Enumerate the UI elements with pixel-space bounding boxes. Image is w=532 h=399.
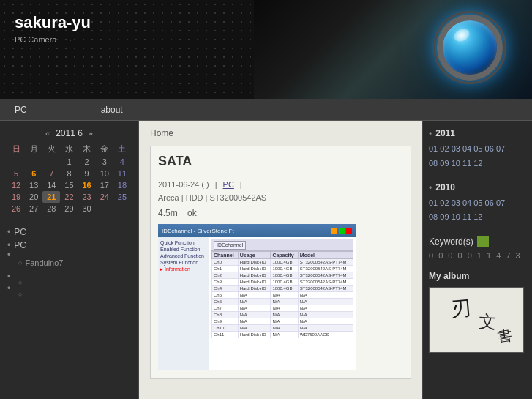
header: sakura-yu PC Camera → — [0, 0, 532, 99]
header-image — [254, 0, 532, 99]
post-category[interactable]: PC — [223, 180, 234, 189]
post-tags: Areca | HDD | ST32000542AS — [158, 193, 403, 202]
calendar-month: 2011 6 — [56, 128, 83, 138]
calendar: « 2011 6 » 日 月 火 水 木 金 土 1234 — [7, 128, 131, 215]
post-box: SATA 2011-06-24 ( ) | PC | Areca | HDD |… — [150, 146, 411, 379]
cal-day-sun: 日 — [7, 142, 25, 156]
ss-sidebar-info[interactable]: ▸ Information — [160, 266, 206, 273]
cal-day-tue: 火 — [42, 142, 60, 156]
left-nav: PC PC Fanduino7 — [7, 225, 131, 297]
ss-sidebar-quick[interactable]: Quick Function — [160, 239, 206, 246]
cal-week-2: 5 6 7 891011 — [7, 168, 131, 179]
sata-screenshot: IDEchannel - SilverStone Ft Quick Functi… — [158, 224, 356, 370]
table-row: Ch1Hard Disk+ID1000.4GBST32000542AS-PT74… — [212, 266, 353, 272]
post-date: 2011-06-24 ( ) — [158, 180, 209, 189]
post-meta: 2011-06-24 ( ) | PC | — [158, 180, 403, 189]
left-nav-sub-empty1 — [18, 280, 131, 286]
sidebar-left: « 2011 6 » 日 月 火 水 木 金 土 1234 — [0, 121, 139, 399]
keywords-numbers: 0 0 0 0 0 1 1 4 7 3 — [429, 251, 526, 260]
archive-2011-months: 01 02 03 04 05 06 07 08 09 10 11 12 — [429, 142, 526, 171]
keywords-section: Keyword(s) 0 0 0 0 0 1 1 4 7 3 — [429, 236, 526, 260]
ss-table-header: Channel Usage Capacity Model — [212, 252, 353, 259]
left-nav-item-empty2 — [7, 274, 131, 280]
table-row: Ch11Hard Disk+IDN/AWD7500AACS — [212, 332, 353, 338]
post-size: 4.5m ok — [158, 208, 403, 218]
subtitle-text: PC Camera — [15, 35, 56, 44]
cal-week-5: 2627282930 — [7, 203, 131, 215]
left-nav-sub-empty2 — [18, 291, 131, 297]
table-row: Ch3Hard Disk+ID1000.4GBST32000542AS-PT74… — [212, 279, 353, 286]
meta-sep1: | — [215, 180, 217, 189]
cal-day-fri: 金 — [96, 142, 113, 156]
ss-toolbar: IDEchannel — [211, 239, 353, 251]
archive-2011-title: 2011 — [429, 128, 526, 138]
ss-close[interactable] — [346, 228, 352, 234]
table-row: Ch10N/AN/AN/A — [212, 325, 353, 332]
site-title: sakura-yu — [15, 13, 91, 32]
left-nav-sub-empty — [7, 280, 131, 286]
ss-sidebar-enabled[interactable]: Enabled Function — [160, 246, 206, 253]
table-row: Ch9N/AN/AN/A — [212, 318, 353, 325]
header-text-block: sakura-yu PC Camera → — [15, 13, 91, 44]
post-size-sep — [180, 208, 185, 218]
archive-2010-title: 2010 — [429, 182, 526, 193]
subtitle-arrow: → — [65, 35, 73, 44]
main-layout: « 2011 6 » 日 月 火 水 木 金 土 1234 — [0, 121, 532, 399]
ss-sidebar: Quick Function Enabled Function Advanced… — [158, 237, 209, 370]
left-nav-item-pc2[interactable]: PC — [7, 239, 131, 252]
cal-day-wed: 水 — [60, 142, 78, 156]
nav-pc[interactable]: PC — [0, 99, 42, 120]
post-size-value: 4.5m — [158, 208, 178, 218]
table-row: Ch2Hard Disk+ID1000.4GBST32000542AS-PT74… — [212, 272, 353, 279]
content-area: Home SATA 2011-06-24 ( ) | PC | Areca | … — [139, 121, 422, 399]
ss-sidebar-advanced[interactable]: Advanced Function — [160, 253, 206, 259]
ss-minimize[interactable] — [331, 228, 337, 234]
navigation: PC about — [0, 99, 532, 121]
cal-week-3: 12131415 16 1718 — [7, 179, 131, 191]
cal-next[interactable]: » — [89, 129, 93, 138]
nav-about[interactable]: about — [86, 99, 138, 120]
album-thumbnail[interactable]: 刃 文 書 — [429, 287, 524, 353]
left-nav-sub-empty2 — [7, 291, 131, 297]
table-row: Ch6N/AN/AN/A — [212, 299, 353, 305]
table-row: Ch0Hard Disk+ID1000.4GBST32000542AS-PT74… — [212, 259, 353, 266]
ss-maximize[interactable] — [339, 228, 345, 234]
cal-days-header-row: 日 月 火 水 木 金 土 — [7, 142, 131, 156]
left-nav-item-empty3 — [7, 286, 131, 291]
keywords-label: Keyword(s) — [429, 236, 526, 247]
ss-main-content: IDEchannel Channel Usage Capacity Model — [209, 237, 356, 370]
archive-2010-months: 01 02 03 04 05 06 07 08 09 10 11 12 — [429, 196, 526, 225]
left-nav-sub-block: Fanduino7 — [7, 258, 131, 268]
cal-day-thu: 木 — [78, 142, 96, 156]
archive-2010: 2010 01 02 03 04 05 06 07 08 09 10 11 12 — [429, 182, 526, 225]
col-usage: Usage — [238, 252, 271, 259]
nav-blank[interactable] — [42, 99, 86, 120]
ss-body: Quick Function Enabled Function Advanced… — [158, 237, 356, 370]
cal-day-sat: 土 — [113, 142, 131, 156]
cal-prev[interactable]: « — [45, 129, 50, 138]
cal-week-1: 1234 — [7, 156, 131, 168]
cal-day-mon: 月 — [25, 142, 42, 156]
ss-sidebar-system[interactable]: System Function — [160, 259, 206, 266]
ss-toolbar-btn[interactable]: IDEchannel — [214, 241, 246, 250]
svg-text:文: 文 — [479, 312, 497, 332]
keywords-box — [477, 236, 489, 247]
calendar-header: « 2011 6 » — [7, 128, 131, 138]
spacer1 — [7, 268, 131, 274]
ss-titlebar: IDEchannel - SilverStone Ft — [158, 224, 356, 237]
left-nav-fanduino[interactable]: Fanduino7 — [18, 258, 131, 268]
left-nav-item-empty1 — [7, 252, 131, 258]
table-row: Ch8N/AN/AN/A — [212, 312, 353, 318]
ss-data-table: Channel Usage Capacity Model Ch0Hard Dis… — [211, 251, 353, 338]
col-channel: Channel — [212, 252, 239, 259]
sidebar-right: 2011 01 02 03 04 05 06 07 08 09 10 11 12… — [422, 121, 532, 399]
ss-table-container: Channel Usage Capacity Model Ch0Hard Dis… — [211, 251, 353, 338]
cal-week-4: 1920 21 22 23 24 25 — [7, 191, 131, 203]
calendar-table: 日 月 火 水 木 金 土 1234 5 6 7 891011 — [7, 142, 131, 215]
my-album-label: My album — [429, 271, 526, 281]
table-row: Ch7N/AN/AN/A — [212, 305, 353, 312]
svg-text:刃: 刃 — [449, 297, 472, 321]
table-row: Ch4Hard Disk+ID1000.4GBST32000542AS-PT74… — [212, 286, 353, 292]
left-nav-item-pc1[interactable]: PC — [7, 225, 131, 239]
svg-text:書: 書 — [496, 327, 513, 345]
